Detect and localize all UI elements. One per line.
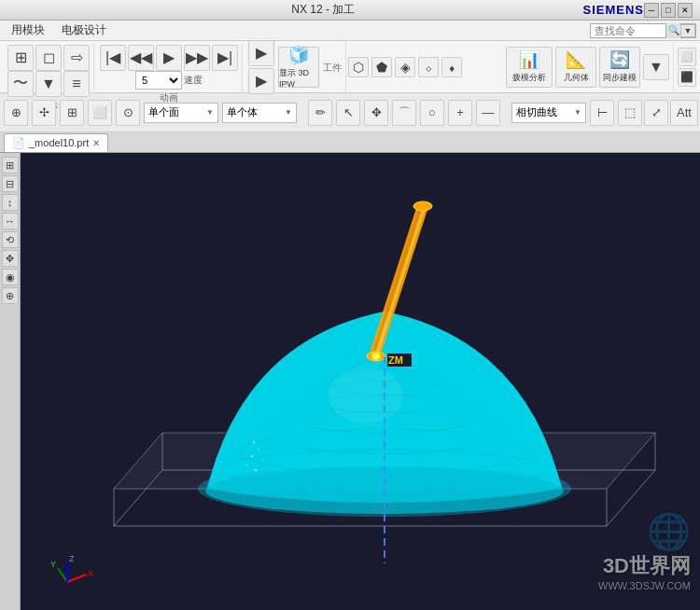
ribbon-btn-display1[interactable]: ⊞ xyxy=(7,45,34,71)
svg-text:Z: Z xyxy=(69,554,75,563)
search-button[interactable]: 🔍 xyxy=(665,23,680,38)
lt-btn-2[interactable]: ⊟ xyxy=(2,175,19,192)
anim-speed-row: 51310 速度 xyxy=(135,71,203,90)
svg-point-30 xyxy=(253,441,256,444)
wb-btn1[interactable]: ▶ xyxy=(248,40,274,66)
svg-text:Y: Y xyxy=(50,560,56,569)
ribbon2-right-icons: ⬚ ⤢ Att ↺ ⟳ xyxy=(618,100,700,126)
r2-btn-4[interactable]: ⬜ xyxy=(88,100,112,126)
anim-btn-play[interactable]: ▶ xyxy=(156,45,182,71)
svg-point-19 xyxy=(329,367,403,423)
minimize-button[interactable]: ─ xyxy=(644,3,659,18)
r2-btn-3[interactable]: ⊞ xyxy=(60,100,84,126)
geometry-button[interactable]: 📐 几何体 xyxy=(555,47,596,88)
lt-btn-7[interactable]: ◉ xyxy=(2,269,19,285)
ribbon-btn-display6[interactable]: ≡ xyxy=(63,71,90,97)
tab-close-button[interactable]: ✕ xyxy=(92,138,100,148)
r2-btn-plus[interactable]: + xyxy=(448,100,472,126)
analysis-more-btn[interactable]: ▼ xyxy=(643,54,669,80)
anim-btn-prev[interactable]: ◀◀ xyxy=(128,45,154,71)
att-btn[interactable]: Att xyxy=(670,100,698,126)
window-controls[interactable]: ─ □ ✕ xyxy=(644,3,693,18)
r2-btn-curve[interactable]: ⌒ xyxy=(392,100,416,126)
close-button[interactable]: ✕ xyxy=(678,3,693,18)
lt-btn-3[interactable]: ↕ xyxy=(2,194,19,211)
svg-text:ZM: ZM xyxy=(388,354,403,366)
ribbon-group-workpiece: ▶ ▶ 🧊 显示 3D IPW 工件 xyxy=(245,43,346,91)
surface-analysis-button[interactable]: 📊 拨模分析 xyxy=(506,47,553,88)
3d-scene[interactable]: ZM X Y Z 🌐 3D世界网 WWW xyxy=(21,153,700,610)
titlebar: NX 12 - 加工 SIEMENS ─ □ ✕ xyxy=(0,0,700,21)
anim-btn-start[interactable]: |◀ xyxy=(100,45,126,71)
r2-btn-extra[interactable]: ⊢ xyxy=(590,100,614,126)
ribbon-group-animation: |◀ ◀◀ ▶ ▶▶ ▶| 51310 速度 动画 xyxy=(96,43,243,91)
r2-btn-5[interactable]: ⊙ xyxy=(116,100,140,126)
tool-icon-4[interactable]: ⬦ xyxy=(418,57,439,77)
face-filter-dropdown[interactable]: 单个面 ▼ xyxy=(144,103,218,123)
ribbon-group-analysis: 📊 拨模分析 📐 几何体 🔄 同步建模 ▼ xyxy=(502,43,674,91)
r2-btn-1[interactable]: ⊕ xyxy=(4,100,28,126)
wb-btn2[interactable]: ▶ xyxy=(248,68,274,94)
tool-icon-2[interactable]: ⬟ xyxy=(371,57,392,77)
menu-electrode-design[interactable]: 电极设计 xyxy=(54,21,114,40)
search-expand-button[interactable]: ▼ xyxy=(680,24,695,37)
r2-btn-edit[interactable]: ✏ xyxy=(308,100,332,126)
tool-icon-1[interactable]: ⬡ xyxy=(348,57,369,77)
menu-modules[interactable]: 用模块 xyxy=(4,21,52,40)
menubar: 用模块 电极设计 🔍 ▼ xyxy=(0,21,700,41)
r2-btn-select[interactable]: ↖ xyxy=(336,100,360,126)
svg-text:X: X xyxy=(88,569,93,578)
speed-select[interactable]: 51310 xyxy=(135,71,182,90)
display-3d-ipw-button[interactable]: 🧊 显示 3D IPW xyxy=(278,47,319,88)
ribbon-right-icons: ⬜ ⬛ xyxy=(678,48,696,87)
svg-point-24 xyxy=(413,201,432,211)
tab-bar: 📄 _model10.prt ✕ xyxy=(0,132,700,153)
lt-btn-8[interactable]: ⊕ xyxy=(2,287,19,304)
ribbon-tools-area: ⬡ ⬟ ◈ ⬦ ⬧ xyxy=(348,57,500,77)
anim-btn-end[interactable]: ▶| xyxy=(212,45,238,71)
lt-btn-4[interactable]: ↔ xyxy=(2,213,19,229)
viewport: ⊞ ⊟ ↕ ↔ ⟲ ✥ ◉ ⊕ xyxy=(0,153,700,610)
ribbon-group-display: ⊞ ◻ ⇨ 〜 ▼ ≡ 显示 xyxy=(4,43,94,91)
tab-icon: 📄 xyxy=(12,137,25,149)
search-bar: 🔍 ▼ xyxy=(590,23,696,38)
r2-right-btn1[interactable]: ⬚ xyxy=(618,100,642,126)
app-logo: SIEMENS xyxy=(582,3,644,17)
lt-btn-5[interactable]: ⟲ xyxy=(2,231,19,248)
r2-btn-circle[interactable]: ○ xyxy=(420,100,444,126)
display-row2: 〜 ▼ ≡ xyxy=(7,71,90,97)
lt-btn-6[interactable]: ✥ xyxy=(2,250,19,267)
svg-point-29 xyxy=(373,354,379,359)
r2-btn-move[interactable]: ✥ xyxy=(364,100,388,126)
sync-build-button[interactable]: 🔄 同步建模 xyxy=(599,47,640,88)
ribbon-toolbar-1: ⊞ ◻ ⇨ 〜 ▼ ≡ 显示 |◀ ◀◀ ▶ ▶▶ ▶| 51310 速度 动画 xyxy=(0,41,700,93)
ribbon-toolbar-2: ⊕ ✢ ⊞ ⬜ ⊙ 单个面 ▼ 单个体 ▼ ✏ ↖ ✥ ⌒ ○ + — 相切曲线… xyxy=(0,93,700,132)
svg-point-32 xyxy=(251,455,254,458)
maximize-button[interactable]: □ xyxy=(661,3,676,18)
svg-point-31 xyxy=(258,449,259,451)
model-tab[interactable]: 📄 _model10.prt ✕ xyxy=(4,133,108,152)
ribbon-btn-display5[interactable]: ▼ xyxy=(35,71,62,97)
r2-btn-2[interactable]: ✢ xyxy=(32,100,56,126)
display-row: ⊞ ◻ ⇨ xyxy=(7,45,90,71)
ribbon-icon-r1[interactable]: ⬜ xyxy=(678,48,696,66)
ribbon-btn-display4[interactable]: 〜 xyxy=(7,71,34,97)
ribbon-btn-display2[interactable]: ◻ xyxy=(35,45,62,71)
svg-point-35 xyxy=(255,469,258,472)
svg-point-33 xyxy=(262,460,264,462)
ribbon-btn-display3[interactable]: ⇨ xyxy=(63,45,90,71)
tangent-curve-dropdown[interactable]: 相切曲线 ▼ xyxy=(511,103,586,123)
svg-point-34 xyxy=(245,464,247,466)
anim-btn-next[interactable]: ▶▶ xyxy=(184,45,210,71)
ribbon-icon-r2[interactable]: ⬛ xyxy=(678,68,696,87)
app-title: NX 12 - 加工 xyxy=(63,2,582,18)
left-toolbar: ⊞ ⊟ ↕ ↔ ⟲ ✥ ◉ ⊕ xyxy=(0,153,21,610)
search-input[interactable] xyxy=(591,25,665,36)
r2-right-btn2[interactable]: ⤢ xyxy=(644,100,668,126)
lt-btn-1[interactable]: ⊞ xyxy=(2,157,19,173)
tool-icon-5[interactable]: ⬧ xyxy=(441,57,462,77)
r2-btn-line[interactable]: — xyxy=(476,100,500,126)
workpiece-group-label: 工件 xyxy=(323,62,342,75)
tool-icon-3[interactable]: ◈ xyxy=(395,57,415,77)
body-filter-dropdown[interactable]: 单个体 ▼ xyxy=(222,103,297,123)
